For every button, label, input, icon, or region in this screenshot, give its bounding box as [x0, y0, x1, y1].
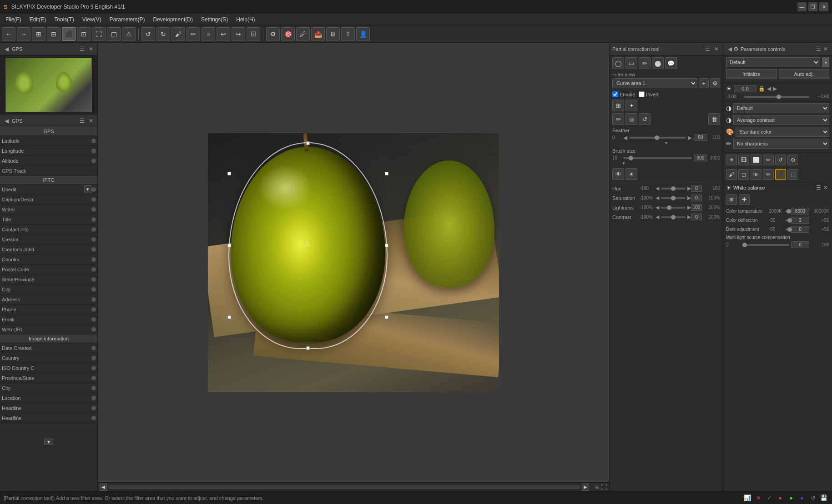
- thumbnail-area[interactable]: [0, 55, 97, 115]
- exposure-value-box[interactable]: 0.0: [734, 85, 756, 92]
- toolbar-undo[interactable]: ↺: [141, 27, 155, 41]
- value-contact[interactable]: [45, 229, 91, 230]
- value-headline[interactable]: [45, 407, 91, 409]
- ml-slider[interactable]: [742, 244, 789, 246]
- panel2-prev-btn[interactable]: ◀: [3, 117, 10, 125]
- icon-pen2-btn[interactable]: ✏: [763, 169, 774, 180]
- value-address[interactable]: [45, 299, 91, 300]
- icon-eye-btn[interactable]: 👁: [751, 169, 761, 180]
- toolbar-profile[interactable]: 👤: [356, 27, 370, 41]
- menu-file[interactable]: File(F): [2, 15, 25, 24]
- icon-sun-btn[interactable]: ☀: [726, 155, 737, 165]
- auto-adj-btn[interactable]: Auto adj.: [779, 69, 830, 79]
- add-area-btn[interactable]: +: [699, 78, 709, 88]
- exposure-slider[interactable]: [744, 96, 809, 98]
- sat-dec-btn[interactable]: ◀: [656, 195, 659, 201]
- pct-menu-btn[interactable]: ☰: [704, 45, 711, 53]
- exp-inc-btn[interactable]: ▶: [773, 85, 777, 92]
- wb-eyedropper2-btn[interactable]: ✚: [739, 194, 750, 205]
- value-title[interactable]: [45, 219, 91, 220]
- minimize-button[interactable]: —: [797, 2, 807, 11]
- da-thumb[interactable]: [787, 227, 792, 232]
- contrast-thumb[interactable]: [671, 215, 676, 220]
- value-latitude[interactable]: [45, 140, 91, 142]
- profile-expand-btn[interactable]: ▾: [822, 57, 829, 67]
- exp-dec-btn[interactable]: ◀: [767, 85, 771, 92]
- toolbar-dual[interactable]: ⊡: [77, 27, 91, 41]
- menu-development[interactable]: Development(D): [150, 15, 197, 24]
- invert-checkbox[interactable]: [639, 91, 645, 97]
- ml-thumb[interactable]: [742, 243, 747, 247]
- light-inc-btn[interactable]: ▶: [687, 205, 691, 210]
- wb-close-btn[interactable]: ✕: [822, 184, 829, 191]
- sat-thumb[interactable]: [671, 196, 676, 200]
- feather-dec-btn[interactable]: ◀: [623, 135, 627, 141]
- value-headline2[interactable]: [45, 417, 91, 419]
- icon-pencil-btn[interactable]: ✏: [763, 155, 774, 165]
- toolbar-grid-4[interactable]: ⊞: [32, 27, 45, 41]
- value-location[interactable]: [45, 397, 91, 399]
- icon-brush-btn[interactable]: 🖌: [726, 169, 737, 180]
- sat-inc-btn[interactable]: ▶: [687, 195, 691, 201]
- toolbar-settings[interactable]: ⚙: [266, 27, 280, 41]
- status-check-btn[interactable]: ✓: [765, 494, 774, 503]
- toolbar-display[interactable]: 🖥: [326, 27, 340, 41]
- value-gps-track[interactable]: [45, 170, 97, 172]
- contrast-select[interactable]: Average contrast: [733, 115, 829, 125]
- menu-parameters[interactable]: Parameters(P): [106, 15, 149, 24]
- horizontal-scrollbar[interactable]: [109, 485, 580, 489]
- brush-track[interactable]: [623, 157, 692, 159]
- panel-menu-btn[interactable]: ☰: [78, 45, 86, 53]
- sun-tool-btn[interactable]: ☀: [625, 168, 637, 180]
- value-iso-country[interactable]: [45, 367, 91, 369]
- light-value[interactable]: 100: [691, 204, 702, 211]
- settings-area-btn[interactable]: ⚙: [710, 78, 720, 88]
- da-slider[interactable]: [785, 229, 789, 230]
- contrast-value[interactable]: 0: [691, 214, 702, 220]
- toolbar-redo[interactable]: ↻: [156, 27, 170, 41]
- toolbar-fullscreen[interactable]: ⛶: [92, 27, 106, 41]
- pct-close-btn[interactable]: ✕: [713, 45, 720, 53]
- toolbar-rotate-ccw[interactable]: ↪: [232, 27, 245, 41]
- params-menu-btn[interactable]: ☰: [815, 45, 822, 53]
- value-writer[interactable]: [45, 209, 91, 210]
- eye-tool-btn[interactable]: 👁: [612, 168, 624, 180]
- sat-value[interactable]: 0: [691, 195, 702, 201]
- brush-value[interactable]: 300: [694, 155, 707, 161]
- exposure-thumb[interactable]: [777, 95, 781, 99]
- hue-value[interactable]: 0: [691, 185, 702, 192]
- value-postal[interactable]: [45, 269, 91, 270]
- image-canvas[interactable]: △: [98, 43, 609, 482]
- scroll-down-btn[interactable]: ▼: [44, 439, 53, 445]
- toolbar-back[interactable]: ←: [2, 27, 15, 41]
- hue-dec-btn[interactable]: ◀: [656, 185, 659, 191]
- rect-tool-btn[interactable]: ▭: [625, 57, 637, 69]
- toolbar-split[interactable]: ⊟: [47, 27, 61, 41]
- cd-thumb[interactable]: [787, 218, 792, 223]
- sharpness-select[interactable]: No sharpness: [733, 139, 829, 149]
- feather-value[interactable]: 50: [694, 134, 707, 141]
- ct-slider[interactable]: [785, 210, 789, 212]
- status-chart-btn[interactable]: 📊: [743, 494, 752, 503]
- icon-film-btn[interactable]: 🎞: [738, 155, 749, 165]
- unedit-dropdown[interactable]: ▾: [84, 185, 91, 193]
- panel-close-btn[interactable]: ✕: [87, 45, 95, 53]
- brush-delete-btn[interactable]: 🗑: [708, 113, 720, 125]
- brush-add-btn[interactable]: ✏: [612, 113, 624, 125]
- grid-tool-btn[interactable]: ⊞: [612, 100, 624, 111]
- hue-slider[interactable]: [661, 188, 686, 190]
- pen-tool-btn[interactable]: ✏: [639, 57, 650, 69]
- feather-track[interactable]: [629, 137, 686, 139]
- enable-checkbox-label[interactable]: Enable: [612, 91, 635, 97]
- curve-area-select[interactable]: Curve area 1: [612, 78, 697, 88]
- toolbar-rotate-cw[interactable]: ↩: [217, 27, 230, 41]
- value-altitude[interactable]: [45, 160, 91, 162]
- fit-to-window-btn[interactable]: ⛶: [601, 484, 607, 491]
- icon-rotate-btn[interactable]: ↺: [775, 155, 786, 165]
- panel-prev-btn[interactable]: ◀: [3, 45, 10, 53]
- icon-yellow-btn[interactable]: ⬛: [775, 169, 786, 180]
- brush-refresh-btn[interactable]: ↺: [639, 113, 650, 125]
- cd-value[interactable]: 3: [791, 217, 809, 224]
- toolbar-edit[interactable]: ✏: [187, 27, 200, 41]
- value-city-img[interactable]: [45, 387, 91, 389]
